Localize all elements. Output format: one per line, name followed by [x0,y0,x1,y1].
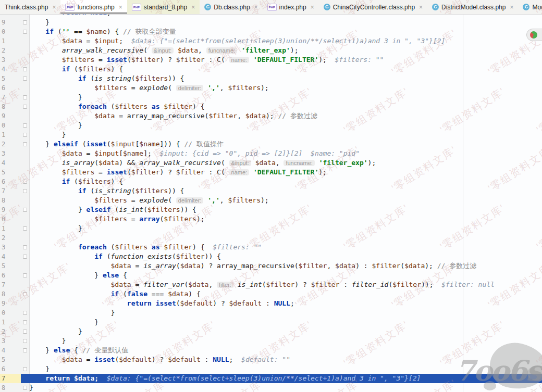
fold-marker-icon[interactable] [21,27,29,36]
tab-standard_8.php[interactable]: PHPstandard_8.php× [127,0,200,14]
fold-marker-icon[interactable] [21,271,29,280]
code-line[interactable]: 0 } [0,308,542,318]
fold-marker-icon[interactable] [21,65,29,74]
fold-marker-icon[interactable] [21,121,29,130]
code-line[interactable]: 4 is_array($data) && array_walk_recursiv… [0,158,542,168]
code-line[interactable]: 3 foreach ($filters as $filter) { $filte… [0,243,542,252]
code-line[interactable]: 6 } else { [0,271,542,280]
fold-marker-icon[interactable] [21,205,29,214]
fold-marker-icon[interactable] [21,93,29,102]
tab-DistrictModel.class.php[interactable]: CDistrictModel.class.php× [427,0,518,14]
code-line[interactable]: 0 $filters = array($filters); [0,214,542,224]
code-line[interactable]: 7 $data = filter_var($data, filter: is_i… [0,280,542,289]
fold-marker-icon[interactable] [21,383,29,392]
fold-marker-icon[interactable] [21,364,29,374]
fold-marker-icon[interactable] [21,318,29,327]
fold-marker-icon[interactable] [21,140,29,149]
fold-marker-icon[interactable] [21,130,29,140]
line-number[interactable]: 0 [0,27,21,36]
code-line[interactable]: 9 return isset($default) ? $default : NU… [0,299,542,308]
line-number[interactable]: 2 [0,46,21,55]
code-line[interactable]: 2 [0,233,542,243]
code-line[interactable]: 3 } [0,336,542,346]
line-number[interactable]: 1 [0,36,21,46]
code-line[interactable]: 1 } [0,224,542,233]
code-line[interactable]: 8 foreach ($filters as $filter) { [0,102,542,111]
code-line[interactable]: 2 } elseif (isset($input[$name])) { // 取… [0,140,542,149]
code-line[interactable]: 9 } [0,18,542,27]
line-number[interactable]: 9 [0,18,21,27]
line-number[interactable]: 9 [0,299,21,308]
close-icon[interactable]: × [311,4,314,10]
code-line[interactable]: 8 $filters = explode( delimiter: ',', $f… [0,196,542,205]
line-number[interactable]: 8 [0,102,21,111]
code-line[interactable]: 6 $filters = explode( delimiter: ',', $f… [0,83,542,93]
line-number[interactable]: 8 [0,383,21,392]
line-number[interactable]: 5 [0,261,21,271]
line-number[interactable]: 6 [0,177,21,186]
code-line[interactable]: 5 if (is_string($filters)) { [0,74,542,83]
code-line[interactable]: 4 if (function_exists($filter)) { [0,252,542,261]
code-line[interactable]: 9 $data = array_map_recursive($filter, $… [0,111,542,121]
close-icon[interactable]: × [119,4,122,10]
fold-marker-icon[interactable] [21,186,29,196]
inspections-widget[interactable] [526,29,542,41]
line-number[interactable]: 7 [0,280,21,289]
line-number[interactable]: 4 [0,65,21,74]
close-icon[interactable]: × [52,4,56,10]
line-number[interactable]: 1 [0,130,21,140]
code-line[interactable]: 2 array_walk_recursive( &input: $data, f… [0,46,542,55]
fold-marker-icon[interactable] [21,346,29,355]
line-number[interactable]: 6 [0,83,21,93]
code-line[interactable]: 1 } [0,130,542,140]
code-line[interactable]: 3 $data = $input[$name]; $input: {cid =>… [0,149,542,158]
line-number[interactable]: 6 [0,271,21,280]
fold-marker-icon[interactable] [21,102,29,111]
tab-functions.php[interactable]: PHPfunctions.php× [60,0,127,14]
fold-marker-icon[interactable] [21,243,29,252]
fold-marker-icon[interactable] [21,336,29,346]
code-line[interactable]: 1 $data = $input; $data: {"=(select*from… [0,36,542,46]
line-number[interactable]: 7 [0,374,21,383]
code-line[interactable]: 4 if ($filters) { [0,65,542,74]
line-number[interactable]: 1 [0,224,21,233]
code-editor[interactable]: return NULL;9 }0 if ('' == $name) { // 获… [0,15,542,392]
code-line[interactable]: 6 if ($filters) { [0,177,542,186]
code-line[interactable]: 8 if (false === $data) { [0,289,542,299]
line-number[interactable]: 2 [0,327,21,336]
line-number[interactable]: 6 [0,364,21,374]
line-number[interactable]: 4 [0,346,21,355]
code-line[interactable]: 1 } [0,318,542,327]
fold-marker-icon[interactable] [21,308,29,318]
code-line[interactable]: 7 } [0,93,542,102]
fold-marker-icon[interactable] [21,177,29,186]
code-line[interactable]: 7 if (is_string($filters)) { [0,186,542,196]
line-number[interactable]: 5 [0,74,21,83]
fold-marker-icon[interactable] [21,74,29,83]
code-line[interactable]: 5 $data = is_array($data) ? array_map_re… [0,261,542,271]
line-number[interactable]: 2 [0,233,21,243]
fold-marker-icon[interactable] [21,289,29,299]
code-line[interactable]: 5 $filters = isset($filter) ? $filter : … [0,168,542,177]
line-number[interactable]: 9 [0,205,21,214]
code-line[interactable]: 5 $data = isset($default) ? $default : N… [0,355,542,364]
code-line[interactable]: 0 if ('' == $name) { // 获取全部变量 [0,27,542,36]
tab-Db.class.php[interactable]: CDb.class.php× [200,0,262,14]
line-number[interactable]: 0 [0,214,21,224]
line-number[interactable]: 3 [0,336,21,346]
line-number[interactable]: 8 [0,289,21,299]
fold-marker-icon[interactable] [21,327,29,336]
fold-marker-icon[interactable] [21,252,29,261]
line-number[interactable]: 4 [0,158,21,168]
code-line[interactable]: 9 } elseif (is_int($filters)) { [0,205,542,214]
tab-ChinaCityController.class.php[interactable]: CChinaCityController.class.php× [319,0,427,14]
line-number[interactable]: 7 [0,93,21,102]
line-number[interactable]: 3 [0,55,21,65]
line-number[interactable]: 3 [0,243,21,252]
line-number[interactable]: 8 [0,196,21,205]
line-number[interactable]: 0 [0,308,21,318]
close-icon[interactable]: × [419,4,423,10]
line-number[interactable]: 3 [0,149,21,158]
line-number[interactable]: 4 [0,252,21,261]
code-line[interactable]: 8} [0,383,542,392]
